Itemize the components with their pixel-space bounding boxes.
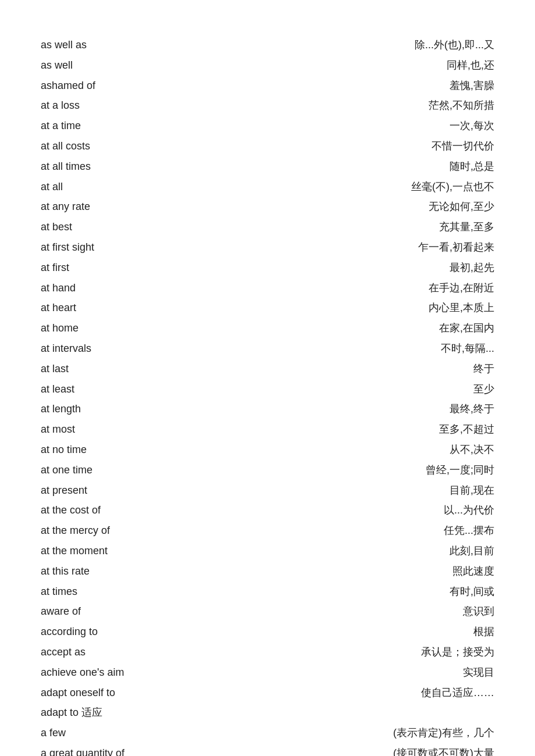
phrase-english: at the cost of <box>41 502 204 519</box>
phrase-english: at all costs <box>41 138 204 155</box>
phrase-row: at all times随时,总是 <box>41 156 494 177</box>
phrase-english: at first sight <box>41 239 204 256</box>
phrase-chinese: 乍一看,初看起来 <box>418 239 494 256</box>
phrase-english: at a loss <box>41 97 204 114</box>
phrase-english: accept as <box>41 644 204 661</box>
phrase-row: adapt oneself to使自己适应…… <box>41 683 494 703</box>
phrase-english: at least <box>41 381 204 398</box>
phrase-chinese: 照此速度 <box>452 563 494 580</box>
phrase-english: at heart <box>41 299 204 316</box>
phrase-row: at present目前,现在 <box>41 480 494 501</box>
phrase-row: a few(表示肯定)有些，几个 <box>41 723 494 743</box>
phrase-row: at all丝毫(不),一点也不 <box>41 177 494 197</box>
phrase-row: at the cost of以...为代价 <box>41 500 494 520</box>
phrase-chinese: 不惜一切代价 <box>431 138 494 155</box>
phrase-english: at last <box>41 361 204 377</box>
phrase-chinese: 至多,不超过 <box>439 421 494 438</box>
phrase-row: at no time从不,决不 <box>41 440 494 460</box>
phrase-row: at first最初,起先 <box>41 258 494 278</box>
phrase-chinese: 从不,决不 <box>450 441 494 458</box>
phrase-chinese: 实现目 <box>463 664 494 681</box>
phrase-chinese: 在手边,在附近 <box>429 280 494 297</box>
phrase-english: according to <box>41 623 204 640</box>
phrase-row: at length最终,终于 <box>41 399 494 419</box>
phrase-row: adapt to 适应 <box>41 702 494 723</box>
phrase-chinese: 任凭...摆布 <box>444 522 494 539</box>
phrase-chinese: 在家,在国内 <box>439 320 494 337</box>
phrase-english: at length <box>41 401 204 418</box>
phrase-row: according to根据 <box>41 622 494 642</box>
phrase-row: at the mercy of任凭...摆布 <box>41 520 494 541</box>
phrase-chinese: 除...外(也),即...又 <box>415 37 494 54</box>
phrase-chinese: 无论如何,至少 <box>429 198 494 215</box>
phrase-english: at all times <box>41 158 204 175</box>
phrase-english: aware of <box>41 603 204 620</box>
phrase-english: at the mercy of <box>41 522 204 539</box>
phrase-row: at times有时,间或 <box>41 582 494 602</box>
phrase-english: achieve one's aim <box>41 664 204 681</box>
phrase-english: at the moment <box>41 543 204 559</box>
phrase-row: accept as承认是；接受为 <box>41 642 494 662</box>
phrase-row: at any rate无论如何,至少 <box>41 197 494 217</box>
phrase-row: at heart内心里,本质上 <box>41 298 494 318</box>
phrase-chinese: 同样,也,还 <box>447 57 494 74</box>
phrase-english: at a time <box>41 117 204 134</box>
phrase-english: at this rate <box>41 563 204 580</box>
phrase-chinese: 茫然,不知所措 <box>429 97 494 114</box>
phrase-english: at best <box>41 219 204 236</box>
phrase-chinese: 最终,终于 <box>450 401 494 418</box>
phrase-english: at present <box>41 482 204 499</box>
phrase-chinese: 内心里,本质上 <box>429 299 494 316</box>
phrase-chinese: 根据 <box>473 623 494 640</box>
phrase-english: at all <box>41 179 204 195</box>
phrase-english: a few <box>41 725 204 741</box>
phrase-row: at home在家,在国内 <box>41 318 494 338</box>
phrase-row: aware of意识到 <box>41 601 494 622</box>
phrase-english: as well <box>41 57 204 74</box>
phrase-english: at first <box>41 259 204 276</box>
phrase-chinese: 此刻,目前 <box>450 543 494 559</box>
phrase-row: at one time曾经,一度;同时 <box>41 460 494 480</box>
phrase-english: at no time <box>41 441 204 458</box>
phrase-row: at most至多,不超过 <box>41 419 494 440</box>
phrase-english: at hand <box>41 280 204 297</box>
phrase-row: achieve one's aim实现目 <box>41 662 494 683</box>
phrase-chinese: 至少 <box>473 381 494 398</box>
phrase-chinese: 曾经,一度;同时 <box>426 462 494 479</box>
phrase-row: at first sight乍一看,初看起来 <box>41 237 494 258</box>
phrase-chinese: 充其量,至多 <box>439 219 494 236</box>
phrase-chinese: 意识到 <box>463 603 494 620</box>
phrase-chinese: (接可数或不可数)大量 <box>393 745 494 756</box>
phrase-row: at hand在手边,在附近 <box>41 278 494 298</box>
phrase-row: at a loss茫然,不知所措 <box>41 95 494 116</box>
phrase-chinese: 承认是；接受为 <box>421 644 494 661</box>
phrase-english: at intervals <box>41 340 204 357</box>
phrase-row: at a time一次,每次 <box>41 116 494 136</box>
phrase-row: at least至少 <box>41 379 494 400</box>
phrase-row: ashamed of羞愧,害臊 <box>41 76 494 96</box>
phrase-chinese: 一次,每次 <box>450 117 494 134</box>
phrase-english: at times <box>41 583 204 600</box>
phrase-chinese: 终于 <box>473 361 494 377</box>
phrase-english: at one time <box>41 462 204 479</box>
phrase-chinese: 有时,间或 <box>450 583 494 600</box>
phrase-english: at most <box>41 421 204 438</box>
phrase-chinese: 羞愧,害臊 <box>450 77 494 94</box>
phrase-chinese: 不时,每隔... <box>441 340 494 357</box>
phrase-row: at last终于 <box>41 359 494 379</box>
phrase-chinese: 以...为代价 <box>444 502 494 519</box>
phrase-list: as well as除...外(也),即...又as well同样,也,还ash… <box>41 35 494 756</box>
phrase-chinese: 随时,总是 <box>450 158 494 175</box>
phrase-english: adapt oneself to <box>41 684 204 701</box>
phrase-english: at any rate <box>41 198 204 215</box>
phrase-row: as well同样,也,还 <box>41 55 494 76</box>
phrase-row: at the moment此刻,目前 <box>41 541 494 561</box>
phrase-chinese: (表示肯定)有些，几个 <box>393 725 494 741</box>
phrase-row: at all costs不惜一切代价 <box>41 136 494 156</box>
phrase-english: ashamed of <box>41 77 204 94</box>
phrase-english: adapt to 适应 <box>41 704 204 721</box>
phrase-chinese: 使自己适应…… <box>421 684 494 701</box>
phrase-chinese: 目前,现在 <box>450 482 494 499</box>
phrase-row: at this rate照此速度 <box>41 561 494 582</box>
phrase-english: at home <box>41 320 204 337</box>
